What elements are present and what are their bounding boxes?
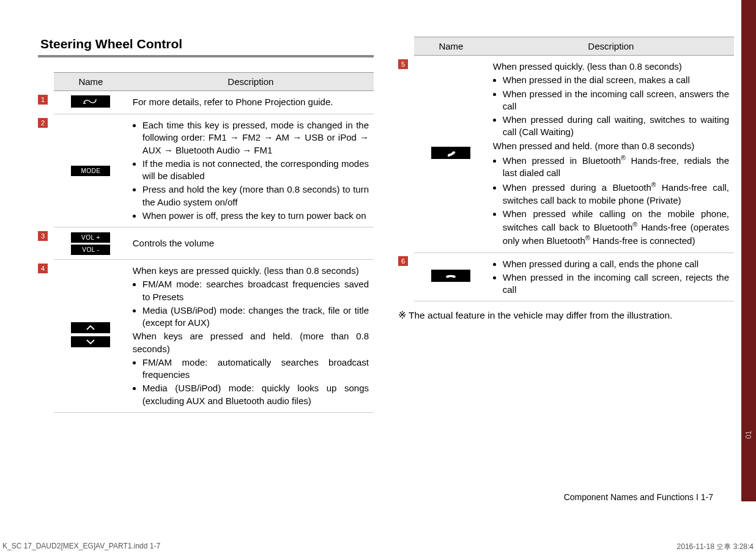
- desc-text: When pressed during a call, ends the pho…: [488, 253, 734, 301]
- section-title: Steering Wheel Control: [38, 37, 374, 57]
- desc-text: For more details, refer to Phone Project…: [128, 91, 374, 114]
- row-number: 2: [38, 118, 48, 128]
- note-text: ※ The actual feature in the vehicle may …: [398, 310, 734, 321]
- right-column: Name Description 5 When pressed quickly.…: [398, 37, 734, 413]
- desc-text: Each time this key is pressed, mode is c…: [128, 114, 374, 227]
- svg-point-0: [84, 103, 86, 104]
- row-number: 6: [398, 256, 408, 266]
- print-footer: K_SC 17_DAUD2[MEX_EG]AV_PART1.indd 1-7 2…: [0, 542, 756, 552]
- volume-key-icon: VOL + VOL -: [54, 227, 128, 260]
- row-number: 5: [398, 59, 408, 69]
- end-call-key-icon: [414, 253, 488, 301]
- bullet-html: When pressed while calling on the mobile…: [503, 208, 729, 248]
- row-number: 3: [38, 231, 48, 241]
- row-number: 4: [38, 264, 48, 273]
- bullet-html: When pressed during a Bluetooth® Hands-f…: [503, 180, 729, 207]
- desc-text: When keys are pressed quickly. (less tha…: [128, 260, 374, 413]
- updown-key-icon: [54, 260, 128, 413]
- print-filename: K_SC 17_DAUD2[MEX_EG]AV_PART1.indd 1-7: [2, 542, 160, 552]
- desc-text: When pressed quickly. (less than 0.8 sec…: [488, 56, 734, 253]
- print-timestamp: 2016-11-18 오후 3:28:4: [677, 542, 754, 552]
- left-column: Steering Wheel Control Name Description …: [38, 37, 374, 413]
- side-tab: 01: [741, 0, 756, 501]
- controls-table-right: Name Description 5 When pressed quickly.…: [398, 37, 734, 301]
- voice-key-icon: [54, 91, 128, 114]
- col-header-desc: Description: [488, 37, 734, 56]
- mode-key-icon: MODE: [54, 114, 128, 227]
- row-number: 1: [38, 95, 48, 105]
- controls-table-left: Name Description 1 For more details, ref…: [38, 72, 374, 413]
- desc-text: Controls the volume: [128, 227, 374, 260]
- col-header-name: Name: [54, 73, 128, 91]
- page-footer-section: Component Names and Functions I 1-7: [564, 492, 713, 502]
- col-header-desc: Description: [128, 73, 374, 91]
- bullet-html: When pressed in Bluetooth® Hands-free, r…: [503, 153, 729, 180]
- side-tab-number: 01: [744, 427, 753, 442]
- col-header-name: Name: [414, 37, 488, 56]
- call-key-icon: [414, 56, 488, 253]
